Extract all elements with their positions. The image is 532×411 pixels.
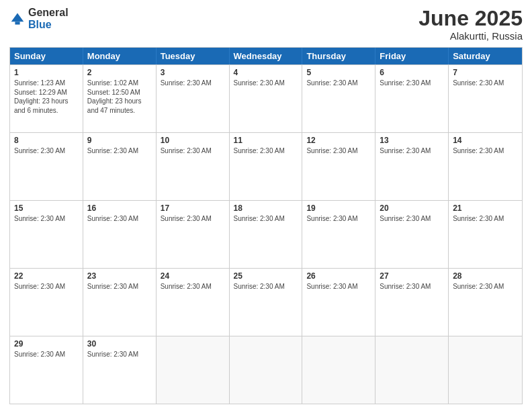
calendar: Sunday Monday Tuesday Wednesday Thursday…	[9, 47, 523, 404]
day-info: Sunrise: 2:30 AM	[453, 283, 504, 290]
cal-cell-5: 6Sunrise: 2:30 AM	[375, 65, 449, 132]
cal-cell-15: 16Sunrise: 2:30 AM	[83, 201, 157, 268]
logo-line2: Blue	[28, 19, 69, 31]
day-info: Sunrise: 2:30 AM	[87, 215, 138, 222]
week-row-4: 22Sunrise: 2:30 AM23Sunrise: 2:30 AM24Su…	[10, 268, 522, 336]
day-number: 28	[453, 271, 518, 281]
cal-cell-12: 13Sunrise: 2:30 AM	[375, 133, 449, 200]
header-tuesday: Tuesday	[157, 48, 230, 64]
day-number: 3	[161, 68, 225, 77]
cal-cell-28: 29Sunrise: 2:30 AM	[10, 336, 83, 404]
day-number: 8	[14, 136, 79, 145]
day-number: 6	[380, 68, 444, 77]
cal-cell-1: 2Sunrise: 1:02 AM Sunset: 12:50 AM Dayli…	[83, 65, 157, 132]
day-number: 10	[161, 136, 225, 145]
title-block: June 2025 Alakurtti, Russia	[418, 7, 523, 42]
day-info: Sunrise: 2:30 AM	[306, 283, 357, 290]
cal-cell-30	[157, 336, 230, 404]
cal-cell-26: 27Sunrise: 2:30 AM	[375, 269, 449, 336]
day-info: Sunrise: 2:30 AM	[234, 215, 285, 222]
cal-cell-3: 4Sunrise: 2:30 AM	[230, 65, 303, 132]
day-number: 11	[234, 136, 298, 145]
day-info: Sunrise: 2:30 AM	[14, 351, 65, 358]
day-number: 20	[380, 203, 444, 213]
cal-cell-27: 28Sunrise: 2:30 AM	[449, 269, 522, 336]
day-number: 24	[161, 271, 225, 281]
day-number: 18	[234, 203, 298, 213]
day-info: Sunrise: 2:30 AM	[453, 147, 504, 154]
cal-cell-34	[449, 336, 522, 404]
day-info: Sunrise: 1:02 AM Sunset: 12:50 AM Daylig…	[87, 79, 142, 114]
day-info: Sunrise: 2:30 AM	[380, 215, 431, 222]
day-number: 9	[87, 136, 152, 145]
cal-cell-8: 9Sunrise: 2:30 AM	[83, 133, 157, 200]
day-info: Sunrise: 2:30 AM	[453, 215, 504, 222]
header-wednesday: Wednesday	[230, 48, 303, 64]
day-number: 27	[380, 271, 444, 281]
cal-cell-21: 22Sunrise: 2:30 AM	[10, 269, 83, 336]
cal-cell-24: 25Sunrise: 2:30 AM	[230, 269, 303, 336]
day-info: Sunrise: 2:30 AM	[380, 147, 431, 154]
day-number: 22	[14, 271, 79, 281]
day-number: 21	[453, 203, 518, 213]
cal-cell-4: 5Sunrise: 2:30 AM	[302, 65, 375, 132]
day-number: 30	[87, 339, 152, 349]
day-number: 26	[306, 271, 371, 281]
cal-cell-18: 19Sunrise: 2:30 AM	[302, 201, 375, 268]
header-sunday: Sunday	[10, 48, 83, 64]
cal-cell-25: 26Sunrise: 2:30 AM	[302, 269, 375, 336]
title-month: June 2025	[418, 7, 523, 30]
cal-cell-23: 24Sunrise: 2:30 AM	[157, 269, 230, 336]
day-number: 17	[161, 203, 225, 213]
day-info: Sunrise: 2:30 AM	[87, 283, 138, 290]
day-info: Sunrise: 2:30 AM	[306, 215, 357, 222]
day-number: 14	[453, 136, 518, 145]
page: General Blue June 2025 Alakurtti, Russia…	[0, 0, 532, 411]
cal-cell-7: 8Sunrise: 2:30 AM	[10, 133, 83, 200]
title-location: Alakurtti, Russia	[418, 30, 523, 42]
day-number: 25	[234, 271, 298, 281]
day-number: 5	[306, 68, 371, 77]
day-number: 16	[87, 203, 152, 213]
cal-cell-6: 7Sunrise: 2:30 AM	[449, 65, 522, 132]
cal-cell-31	[230, 336, 303, 404]
day-info: Sunrise: 2:30 AM	[161, 79, 212, 87]
day-info: Sunrise: 2:30 AM	[87, 351, 138, 358]
week-row-5: 29Sunrise: 2:30 AM30Sunrise: 2:30 AM	[10, 336, 522, 404]
header-saturday: Saturday	[449, 48, 522, 64]
day-info: Sunrise: 2:30 AM	[453, 79, 504, 87]
svg-rect-1	[15, 21, 19, 24]
cal-cell-16: 17Sunrise: 2:30 AM	[157, 201, 230, 268]
day-number: 15	[14, 203, 79, 213]
cal-cell-10: 11Sunrise: 2:30 AM	[230, 133, 303, 200]
cal-cell-14: 15Sunrise: 2:30 AM	[10, 201, 83, 268]
day-number: 12	[306, 136, 371, 145]
day-number: 4	[234, 68, 298, 77]
day-number: 2	[87, 68, 152, 77]
cal-cell-13: 14Sunrise: 2:30 AM	[449, 133, 522, 200]
cal-cell-19: 20Sunrise: 2:30 AM	[375, 201, 449, 268]
day-number: 1	[14, 68, 79, 77]
day-number: 19	[306, 203, 371, 213]
day-info: Sunrise: 1:23 AM Sunset: 12:29 AM Daylig…	[14, 79, 69, 114]
cal-cell-17: 18Sunrise: 2:30 AM	[230, 201, 303, 268]
cal-cell-9: 10Sunrise: 2:30 AM	[157, 133, 230, 200]
day-info: Sunrise: 2:30 AM	[87, 147, 138, 154]
cal-cell-11: 12Sunrise: 2:30 AM	[302, 133, 375, 200]
day-number: 29	[14, 339, 79, 349]
calendar-header: Sunday Monday Tuesday Wednesday Thursday…	[10, 48, 522, 64]
day-info: Sunrise: 2:30 AM	[306, 147, 357, 154]
day-info: Sunrise: 2:30 AM	[234, 79, 285, 87]
day-info: Sunrise: 2:30 AM	[14, 147, 65, 154]
calendar-body: 1Sunrise: 1:23 AM Sunset: 12:29 AM Dayli…	[10, 64, 522, 404]
day-info: Sunrise: 2:30 AM	[161, 215, 212, 222]
day-info: Sunrise: 2:30 AM	[14, 215, 65, 222]
cal-cell-20: 21Sunrise: 2:30 AM	[449, 201, 522, 268]
header-friday: Friday	[375, 48, 449, 64]
week-row-2: 8Sunrise: 2:30 AM9Sunrise: 2:30 AM10Sunr…	[10, 132, 522, 200]
week-row-1: 1Sunrise: 1:23 AM Sunset: 12:29 AM Dayli…	[10, 64, 522, 132]
cal-cell-33	[375, 336, 449, 404]
logo-icon	[9, 12, 26, 26]
cal-cell-2: 3Sunrise: 2:30 AM	[157, 65, 230, 132]
week-row-3: 15Sunrise: 2:30 AM16Sunrise: 2:30 AM17Su…	[10, 200, 522, 268]
